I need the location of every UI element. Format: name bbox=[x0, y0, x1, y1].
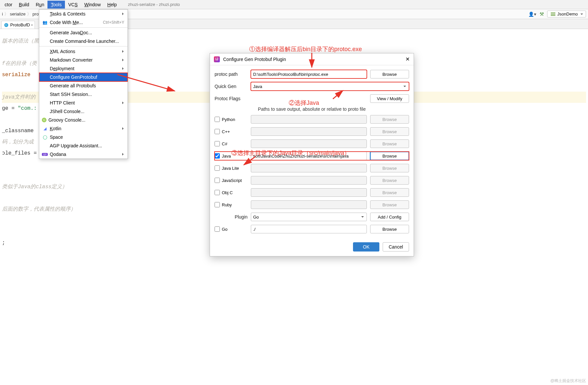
annotation-1: ①选择编译器解压后bin目录下的protoc.exe bbox=[249, 45, 362, 53]
lang-label: Ruby bbox=[222, 202, 232, 207]
menu-create-cmdline-launcher[interactable]: Create Command-line Launcher... bbox=[39, 37, 128, 45]
watermark: @稀土掘金技术社区 bbox=[550, 378, 586, 384]
menu-separator bbox=[39, 46, 128, 46]
lang-row-python: PythonBrowse bbox=[215, 115, 409, 124]
menu-qodana[interactable]: QDQodana bbox=[39, 150, 128, 159]
add-config-button[interactable]: Add / Config bbox=[370, 213, 409, 221]
breadcrumb-part[interactable]: serialize bbox=[10, 12, 26, 16]
lang-checkbox[interactable] bbox=[215, 165, 220, 171]
menu-kotlin[interactable]: ◢Kotlin bbox=[39, 124, 128, 133]
lang-checkbox-row[interactable]: C# bbox=[215, 141, 248, 146]
browse-lang-button: Browse bbox=[370, 200, 409, 209]
lang-row-objc: Obj CBrowse bbox=[215, 188, 409, 197]
lang-checkbox[interactable] bbox=[215, 129, 220, 134]
menu-tasks-contexts[interactable]: Tasks & Contexts bbox=[39, 10, 128, 18]
annotation-3: ③选择主目录下的Java目录（src/main/java） bbox=[231, 149, 350, 157]
menu-generate-javadoc[interactable]: Generate JavaDoc... bbox=[39, 28, 128, 37]
plugin-label: Plugin bbox=[215, 214, 248, 220]
lang-checkbox-row[interactable]: JavaScript bbox=[215, 178, 248, 183]
lang-label: JavaScript bbox=[222, 178, 242, 183]
quickgen-select[interactable]: Java bbox=[251, 82, 409, 91]
lang-checkbox-row[interactable]: C++ bbox=[215, 129, 248, 134]
menu-vcs[interactable]: VCS bbox=[65, 1, 81, 9]
cancel-button[interactable]: Cancel bbox=[383, 242, 409, 252]
menu-ctor[interactable]: ctor bbox=[1, 1, 15, 9]
browse-lang-button[interactable]: Browse bbox=[370, 152, 409, 160]
tab-protobuf[interactable]: C ProtoBufD bbox=[1, 21, 35, 29]
user-icon[interactable]: 👤▾ bbox=[528, 12, 536, 17]
lang-checkbox[interactable] bbox=[215, 178, 220, 183]
menu-deployment[interactable]: Deployment bbox=[39, 64, 128, 73]
browse-go-button[interactable]: Browse bbox=[370, 225, 409, 233]
menu-space[interactable]: ◯Space bbox=[39, 133, 128, 141]
lang-checkbox[interactable] bbox=[215, 117, 220, 122]
protoc-path-input[interactable] bbox=[251, 70, 367, 78]
plugin-select[interactable]: Go bbox=[251, 213, 367, 221]
menu-separator bbox=[39, 27, 128, 28]
app-icon: IJ bbox=[214, 56, 220, 62]
dialog-title: Configure Gen Protobuf Plugin bbox=[223, 57, 286, 62]
browse-lang-button: Browse bbox=[370, 176, 409, 185]
protoc-flags-label: Protoc Flags bbox=[215, 96, 248, 101]
project-title: zhuzi-serialize - zhuzi.proto bbox=[128, 2, 180, 7]
lang-path-input bbox=[251, 200, 367, 209]
lang-checkbox-row[interactable]: Python bbox=[215, 117, 248, 122]
menu-xml-actions[interactable]: XML Actions bbox=[39, 47, 128, 56]
lang-row-ruby: RubyBrowse bbox=[215, 200, 409, 209]
menu-configure-genprotobuf[interactable]: Configure GenProtobuf bbox=[39, 73, 128, 81]
close-icon[interactable]: ✕ bbox=[405, 56, 410, 62]
menu-jshell-console[interactable]: JShell Console... bbox=[39, 107, 128, 116]
menu-help[interactable]: Help bbox=[104, 1, 120, 9]
quickgen-label: Quick Gen bbox=[215, 84, 248, 89]
browse-lang-button: Browse bbox=[370, 139, 409, 148]
lang-checkbox[interactable] bbox=[215, 141, 220, 146]
menubar: ctor Build Run Tools VCS Window Help zhu… bbox=[0, 0, 588, 9]
lang-checkbox[interactable] bbox=[215, 153, 220, 159]
list-icon bbox=[551, 13, 555, 16]
browse-lang-button: Browse bbox=[370, 127, 409, 136]
tab-label: ProtoBufD bbox=[10, 22, 30, 27]
menu-generate-all-protobufs[interactable]: Generate all Protobufs bbox=[39, 81, 128, 90]
menu-http-client[interactable]: HTTP Client bbox=[39, 99, 128, 107]
menu-markdown-converter[interactable]: Markdown Converter bbox=[39, 56, 128, 64]
menu-build[interactable]: Build bbox=[15, 1, 32, 9]
go-checkbox-row[interactable]: Go bbox=[215, 226, 248, 232]
lang-checkbox-row[interactable]: Java Lite bbox=[215, 165, 248, 171]
lang-path-input bbox=[251, 115, 367, 124]
breadcrumb-part[interactable]: i bbox=[2, 12, 3, 16]
menu-window[interactable]: Window bbox=[81, 1, 104, 9]
lang-path-input bbox=[251, 176, 367, 185]
menu-groovy-console[interactable]: GGroovy Console... bbox=[39, 116, 128, 124]
chevron-right-icon: 〉 bbox=[4, 11, 9, 17]
lang-label: Java bbox=[222, 154, 231, 159]
build-icon[interactable]: ⚒ bbox=[540, 11, 544, 17]
menu-start-ssh[interactable]: Start SSH Session... bbox=[39, 90, 128, 99]
run-config-label: JsonDemo bbox=[557, 12, 578, 16]
lang-checkbox-row[interactable]: Obj C bbox=[215, 190, 248, 195]
browse-protoc-button[interactable]: Browse bbox=[370, 70, 409, 78]
lang-label: Java Lite bbox=[222, 166, 239, 171]
dialog-titlebar: IJ Configure Gen Protobuf Plugin ✕ bbox=[210, 53, 414, 65]
lang-label: Obj C bbox=[222, 190, 233, 195]
run-config-selector[interactable]: JsonDemo bbox=[547, 11, 586, 17]
breadcrumb: i 〉 serialize 〉 proto bbox=[2, 11, 42, 17]
lang-row-c: C#Browse bbox=[215, 139, 409, 148]
protoc-path-label: protoc path bbox=[215, 72, 248, 77]
menu-run[interactable]: Run bbox=[32, 1, 47, 9]
ok-button[interactable]: OK bbox=[353, 242, 379, 252]
lang-path-input bbox=[251, 188, 367, 197]
lang-row-javascript: JavaScriptBrowse bbox=[215, 176, 409, 185]
go-checkbox[interactable] bbox=[215, 226, 220, 232]
view-modify-button[interactable]: View / Modify bbox=[370, 94, 409, 103]
lang-checkbox[interactable] bbox=[215, 190, 220, 195]
lang-label: C++ bbox=[222, 129, 230, 134]
lang-checkbox-row[interactable]: Ruby bbox=[215, 202, 248, 207]
menu-agp-upgrade[interactable]: AGP Upgrade Assistant... bbox=[39, 141, 128, 150]
go-path-input[interactable] bbox=[251, 225, 367, 233]
menu-tools[interactable]: Tools bbox=[47, 1, 65, 9]
lang-path-input bbox=[251, 127, 367, 136]
lang-checkbox[interactable] bbox=[215, 202, 220, 207]
menu-code-with-me[interactable]: 👥Code With Me...Ctrl+Shift+Y bbox=[39, 18, 128, 27]
paths-note: Paths to save output, absolute or relati… bbox=[215, 106, 409, 112]
go-label: Go bbox=[222, 227, 227, 232]
